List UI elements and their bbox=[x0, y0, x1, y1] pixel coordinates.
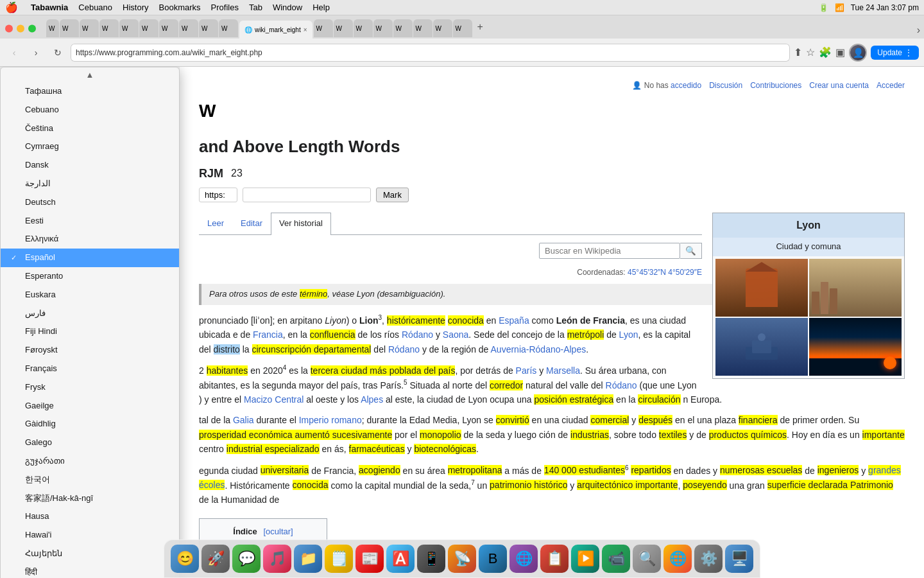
paris-link[interactable]: París bbox=[516, 365, 537, 376]
new-tab-button[interactable]: + bbox=[474, 21, 487, 33]
dock-monitor[interactable]: 🖥️ bbox=[725, 545, 753, 573]
lang-item-galego[interactable]: Galego bbox=[1, 434, 179, 452]
francia-link[interactable]: Francia bbox=[253, 329, 283, 340]
tab-item-5[interactable]: W bbox=[119, 19, 139, 37]
back-button[interactable]: ‹ bbox=[5, 44, 23, 62]
rodano3-link[interactable]: Ródano bbox=[606, 380, 637, 390]
dock-spotlight[interactable]: 🔍 bbox=[633, 545, 661, 573]
accedido-link[interactable]: accedido bbox=[671, 81, 701, 90]
dock-notes[interactable]: 🗒️ bbox=[325, 545, 353, 573]
dock-finder[interactable]: 😊 bbox=[171, 545, 199, 573]
lang-item-fiji-hindi[interactable]: Fiji Hindi bbox=[1, 322, 179, 341]
wiki-search-button[interactable]: 🔍 bbox=[680, 243, 702, 259]
lang-item-korean[interactable]: 한국어 bbox=[1, 471, 179, 489]
minimize-button[interactable] bbox=[17, 24, 24, 32]
crear-cuenta-link[interactable]: Crear una cuenta bbox=[809, 80, 869, 92]
dock-appstore[interactable]: 🅰️ bbox=[386, 545, 415, 573]
mark-word-input[interactable] bbox=[243, 188, 371, 202]
lang-item-faroyskt[interactable]: Føroyskt bbox=[1, 341, 179, 360]
imperio-link[interactable]: Imperio romano bbox=[299, 415, 362, 425]
contribuciones-link[interactable]: Contribuciones bbox=[750, 80, 801, 92]
close-button[interactable] bbox=[5, 24, 13, 32]
url-prefix-input[interactable] bbox=[199, 188, 237, 202]
app-menu-tab[interactable]: Tab bbox=[244, 3, 268, 12]
lang-item-farsi[interactable]: فارس bbox=[1, 304, 179, 323]
tab-item-r6[interactable]: W bbox=[413, 19, 432, 37]
lang-item-cebuano[interactable]: Cebuano bbox=[1, 101, 179, 119]
macizo-link[interactable]: Macizo Central bbox=[244, 394, 304, 405]
dock-settings[interactable]: ⚙️ bbox=[694, 545, 723, 573]
tab-item-4[interactable]: W bbox=[99, 19, 119, 37]
address-bar[interactable] bbox=[71, 44, 790, 62]
dock-messages[interactable]: 💬 bbox=[232, 545, 261, 573]
tab-item-r5[interactable]: W bbox=[393, 19, 413, 37]
dropdown-scroll-up[interactable]: ▲ bbox=[1, 67, 179, 82]
rodano-link[interactable]: Ródano bbox=[402, 329, 433, 340]
tab-item-7[interactable]: W bbox=[159, 19, 178, 37]
lang-item-gujarati[interactable]: გუჯარათი bbox=[1, 452, 179, 471]
mark-button[interactable]: Mark bbox=[376, 188, 409, 202]
tab-item-10[interactable]: W bbox=[219, 19, 238, 37]
app-menu-bookmarks[interactable]: Bookmarks bbox=[154, 3, 206, 12]
auvernia-link[interactable]: Auvernia-Ródano-Alpes bbox=[491, 344, 586, 355]
profile-avatar[interactable]: 👤 bbox=[849, 44, 867, 62]
espana-link[interactable]: España bbox=[499, 315, 529, 326]
wiki-search-input[interactable] bbox=[539, 243, 680, 259]
tab-close-btn[interactable]: × bbox=[304, 26, 307, 33]
tab-item-r8[interactable]: W bbox=[453, 19, 472, 37]
app-menu-tabawnia[interactable]: Tabawnia bbox=[26, 3, 73, 12]
tab-item-r3[interactable]: W bbox=[354, 19, 373, 37]
app-menu-history[interactable]: History bbox=[117, 3, 153, 12]
lang-item-espanol[interactable]: ✓ Español bbox=[1, 249, 179, 267]
apple-menu[interactable]: 🍎 bbox=[5, 1, 18, 13]
tab-item-r7[interactable]: W bbox=[433, 19, 452, 37]
extension-button[interactable]: 🧩 bbox=[819, 46, 832, 58]
tab-leer[interactable]: Leer bbox=[199, 213, 232, 234]
tab-item-2[interactable]: W bbox=[60, 19, 79, 37]
lang-item-deutsch[interactable]: Deutsch bbox=[1, 193, 179, 212]
app-menu-window[interactable]: Window bbox=[268, 3, 307, 12]
tab-item-1[interactable]: W bbox=[46, 19, 59, 37]
lang-item-gaidhlig[interactable]: Gàidhlig bbox=[1, 415, 179, 434]
app-menu-help[interactable]: Help bbox=[307, 3, 335, 12]
tab-item-9[interactable]: W bbox=[199, 19, 218, 37]
lyon-link[interactable]: Lyon bbox=[357, 289, 375, 299]
lang-item-gaeilge[interactable]: Gaeilge bbox=[1, 397, 179, 416]
lang-item-cymraeg[interactable]: Cymraeg bbox=[1, 137, 179, 156]
lang-item-armenian[interactable]: Հայերեն bbox=[1, 545, 179, 563]
lang-item-hakka[interactable]: 客家語/Hak-kâ-ngî bbox=[1, 489, 179, 508]
lang-item-tabashna[interactable]: Тафашна bbox=[1, 82, 179, 101]
tab-item-6[interactable]: W bbox=[139, 19, 158, 37]
tab-editar[interactable]: Editar bbox=[232, 213, 271, 234]
marsella-link[interactable]: Marsella bbox=[546, 365, 580, 376]
toc-hide-link[interactable]: [ocultar] bbox=[263, 527, 293, 536]
saona-link[interactable]: Saona bbox=[443, 329, 468, 340]
dock-files[interactable]: 📁 bbox=[294, 545, 322, 573]
dock-unknown1[interactable]: 🌐 bbox=[509, 545, 538, 573]
sidebar-button[interactable]: ▣ bbox=[835, 46, 845, 58]
tab-item-r4[interactable]: W bbox=[373, 19, 393, 37]
dock-iphone[interactable]: 📱 bbox=[417, 545, 445, 573]
galia-link[interactable]: Galia bbox=[233, 415, 254, 425]
acceder-link[interactable]: Acceder bbox=[877, 80, 905, 92]
dock-filezilla[interactable]: 📡 bbox=[448, 545, 476, 573]
reload-button[interactable]: ↻ bbox=[49, 44, 67, 62]
tab-item-r2[interactable]: W bbox=[334, 19, 353, 37]
lang-item-cestina[interactable]: Čeština bbox=[1, 119, 179, 138]
forward-button[interactable]: › bbox=[27, 44, 45, 62]
lang-item-euskara[interactable]: Euskara bbox=[1, 286, 179, 304]
rodano2-link[interactable]: Ródano bbox=[388, 344, 420, 355]
discusion-link[interactable]: Discusión bbox=[709, 80, 742, 92]
dock-news[interactable]: 📰 bbox=[355, 545, 384, 573]
dock-quicktime[interactable]: ▶️ bbox=[571, 545, 599, 573]
coordinates-link[interactable]: 45°45′32″N 4°50′29″E bbox=[628, 268, 702, 277]
tab-active[interactable]: 🌐 wiki_mark_eight × bbox=[239, 21, 312, 39]
alpes-link[interactable]: Alpes bbox=[361, 394, 383, 405]
dock-bb[interactable]: B bbox=[479, 545, 507, 573]
dock-music[interactable]: 🎵 bbox=[263, 545, 291, 573]
lang-item-hausa[interactable]: Hausa bbox=[1, 507, 179, 526]
dock-launchpad[interactable]: 🚀 bbox=[201, 545, 230, 573]
share-button[interactable]: ⬆ bbox=[794, 46, 802, 58]
tab-item-3[interactable]: W bbox=[80, 19, 99, 37]
lang-item-greek[interactable]: Ελληνικά bbox=[1, 230, 179, 249]
